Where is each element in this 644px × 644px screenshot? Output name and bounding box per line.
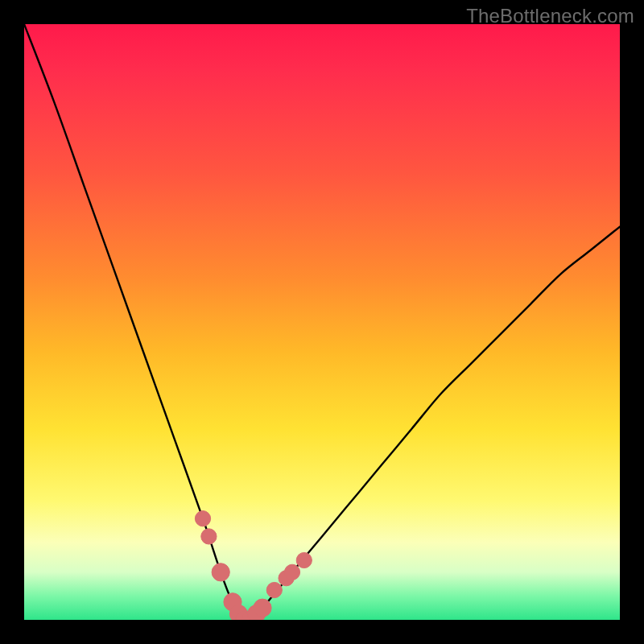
curve-marker [195, 511, 210, 526]
chart-svg [24, 24, 620, 620]
curve-marker [296, 552, 312, 568]
chart-frame: TheBottleneck.com [0, 0, 644, 644]
bottleneck-curve [24, 24, 620, 620]
curve-marker [212, 564, 229, 581]
curve-marker [266, 582, 282, 597]
curve-marker [279, 571, 294, 586]
marker-group [195, 511, 312, 620]
curve-marker [224, 593, 242, 611]
curve-marker [229, 605, 247, 621]
curve-marker [236, 611, 254, 620]
curve-marker [248, 605, 266, 621]
plot-area [24, 24, 620, 620]
curve-marker [284, 564, 299, 580]
curve-marker [201, 529, 217, 544]
curve-marker [242, 611, 259, 620]
curve-marker [254, 599, 271, 617]
